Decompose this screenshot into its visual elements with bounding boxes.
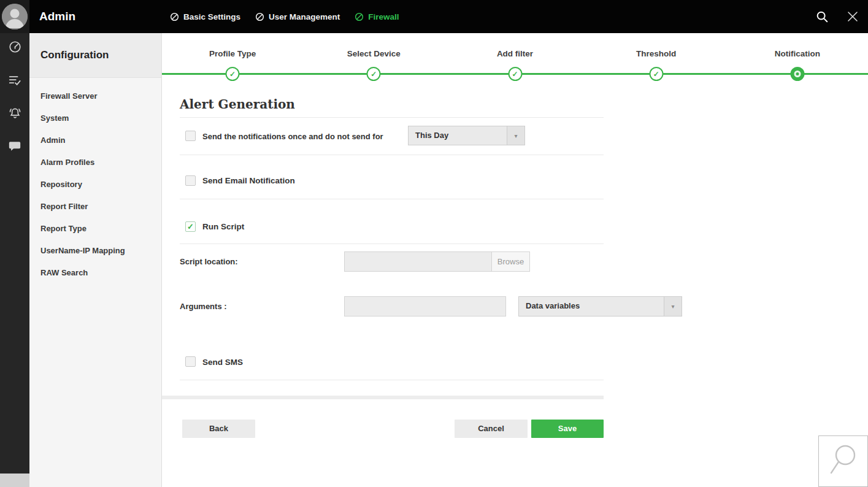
run-script-checkbox[interactable]: ✓ xyxy=(185,221,196,232)
check-icon: ✓ xyxy=(186,222,195,231)
user-avatar-image xyxy=(2,4,28,29)
tab-basic-settings[interactable]: Basic Settings xyxy=(170,12,240,21)
send-email-checkbox[interactable]: ✓ xyxy=(185,175,196,186)
divider xyxy=(180,117,604,118)
arguments-input[interactable] xyxy=(345,297,505,316)
config-panel: Configuration Firewall Server System Adm… xyxy=(29,33,162,487)
nav-item-admin[interactable]: Admin xyxy=(29,129,161,151)
tab-label: User Management xyxy=(269,12,340,21)
divider xyxy=(180,380,604,380)
alarm-bell-icon[interactable] xyxy=(0,102,29,124)
section-heading: Alert Generation xyxy=(180,97,295,112)
once-period-dropdown[interactable]: This Day ▾ xyxy=(408,126,525,145)
step-current-icon: ✓ xyxy=(790,67,804,81)
dropdown-selected-value: This Day xyxy=(409,126,507,145)
send-once-checkbox[interactable]: ✓ xyxy=(185,131,196,141)
script-location-label: Script location: xyxy=(180,257,238,266)
search-icon[interactable] xyxy=(815,10,829,23)
cancel-button[interactable]: Cancel xyxy=(455,420,528,438)
gauge-icon[interactable] xyxy=(0,36,29,58)
divider xyxy=(180,199,604,199)
config-nav-list: Firewall Server System Admin Alarm Profi… xyxy=(29,78,161,284)
step-threshold[interactable]: Threshold ✓ xyxy=(586,33,727,78)
send-sms-checkbox[interactable]: ✓ xyxy=(185,356,196,367)
save-button[interactable]: Save xyxy=(531,420,604,438)
nav-item-firewall-server[interactable]: Firewall Server xyxy=(29,85,161,107)
avatar[interactable] xyxy=(0,0,29,33)
page-title: Admin xyxy=(39,0,75,33)
circle-slash-icon xyxy=(255,12,264,21)
rail-bottom-strip xyxy=(0,474,29,487)
step-select-device[interactable]: Select Device ✓ xyxy=(303,33,444,78)
step-done-icon: ✓ xyxy=(649,67,663,81)
chevron-down-icon: ▾ xyxy=(664,297,682,316)
chevron-down-icon: ▾ xyxy=(507,126,524,145)
send-sms-label: Send SMS xyxy=(202,358,243,367)
dropdown-selected-value: Data variables xyxy=(519,297,664,316)
nav-item-username-ip-mapping[interactable]: UserName-IP Mapping xyxy=(29,240,161,262)
send-once-label: Send the notifications once and do not s… xyxy=(202,132,383,141)
nav-item-repository[interactable]: Repository xyxy=(29,174,161,196)
report-list-icon[interactable] xyxy=(0,69,29,91)
nav-item-alarm-profiles[interactable]: Alarm Profiles xyxy=(29,151,161,174)
back-button[interactable]: Back xyxy=(182,420,255,438)
step-profile-type[interactable]: Profile Type ✓ xyxy=(162,33,303,78)
run-script-label: Run Script xyxy=(202,222,244,231)
main-content: Profile Type ✓ Select Device ✓ Add filte… xyxy=(162,33,868,487)
wizard-stepper: Profile Type ✓ Select Device ✓ Add filte… xyxy=(162,33,868,78)
arguments-label: Arguments : xyxy=(180,302,227,311)
divider xyxy=(180,244,604,244)
nav-item-system[interactable]: System xyxy=(29,107,161,129)
script-location-input[interactable] xyxy=(345,252,491,271)
send-email-label: Send Email Notification xyxy=(202,176,295,185)
step-done-icon: ✓ xyxy=(367,67,381,81)
nav-item-report-filter[interactable]: Report Filter xyxy=(29,196,161,218)
divider xyxy=(180,155,604,155)
tab-firewall[interactable]: Firewall xyxy=(355,12,399,21)
step-done-icon: ✓ xyxy=(226,67,240,81)
magnifier-icon xyxy=(828,443,859,479)
nav-item-report-type[interactable]: Report Type xyxy=(29,218,161,240)
arguments-field xyxy=(344,296,506,316)
icon-rail xyxy=(0,33,29,487)
zoom-widget[interactable] xyxy=(818,435,868,487)
step-add-filter[interactable]: Add filter ✓ xyxy=(444,33,585,78)
circle-slash-icon xyxy=(355,12,364,21)
nav-item-raw-search[interactable]: RAW Search xyxy=(29,262,161,284)
config-panel-header: Configuration xyxy=(29,33,161,78)
close-icon[interactable] xyxy=(846,10,859,23)
browse-button[interactable]: Browse xyxy=(491,252,529,271)
tab-label: Basic Settings xyxy=(183,12,240,21)
chat-icon[interactable] xyxy=(0,135,29,157)
topbar-tabs: Basic Settings User Management Firewall xyxy=(170,0,399,33)
topbar: Admin Basic Settings User Management Fir… xyxy=(0,0,868,33)
topbar-actions xyxy=(815,0,859,33)
tab-label: Firewall xyxy=(368,12,399,21)
tab-user-management[interactable]: User Management xyxy=(255,12,340,21)
circle-slash-icon xyxy=(170,12,179,21)
panel-title: Configuration xyxy=(40,49,161,61)
data-variables-dropdown[interactable]: Data variables ▾ xyxy=(518,296,682,316)
step-done-icon: ✓ xyxy=(508,67,522,81)
section-separator xyxy=(162,396,604,399)
script-location-field: Browse xyxy=(344,251,530,272)
step-notification[interactable]: Notification ✓ xyxy=(727,33,868,78)
